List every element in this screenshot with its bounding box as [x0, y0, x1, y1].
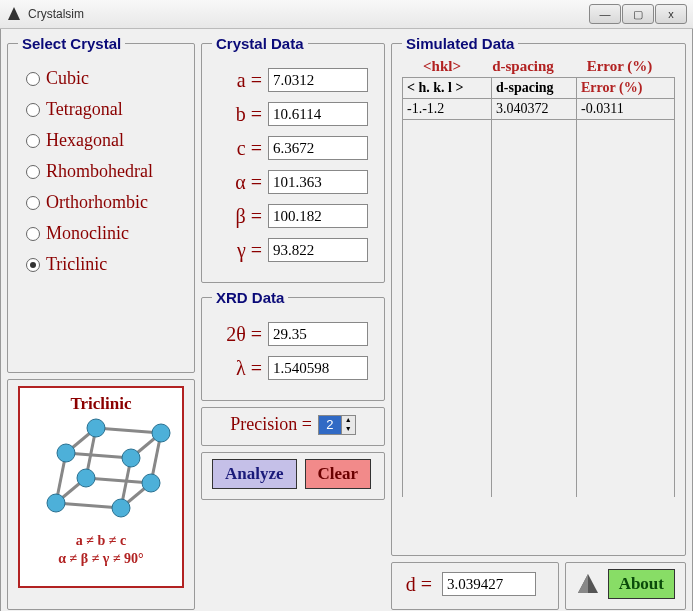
svg-point-15: [142, 474, 160, 492]
svg-point-20: [87, 419, 105, 437]
xrd-data-legend: XRD Data: [212, 289, 288, 306]
crystal-formula-2: α ≠ β ≠ γ ≠ 90°: [58, 550, 143, 568]
svg-point-16: [77, 469, 95, 487]
input-c[interactable]: [268, 136, 368, 160]
radio-hexagonal[interactable]: Hexagonal: [26, 130, 184, 151]
maximize-button[interactable]: ▢: [622, 4, 654, 24]
svg-line-3: [86, 478, 151, 483]
d-output[interactable]: [442, 572, 536, 596]
precision-group: Precision = 2 ▲ ▼: [201, 407, 385, 446]
analyze-button[interactable]: Analyze: [212, 459, 297, 489]
radio-orthorhombic[interactable]: Orthorhombic: [26, 192, 184, 213]
select-crystal-legend: Select Crystal: [18, 35, 125, 52]
simulated-data-group: Simulated Data <hkl> d-spacing Error (%)…: [391, 35, 686, 556]
titlebar: Crystalsim — ▢ x: [0, 0, 693, 29]
header-error: Error (%): [564, 58, 675, 75]
cell-error: -0.0311: [577, 99, 675, 120]
clear-button[interactable]: Clear: [305, 459, 372, 489]
label-lambda: λ =: [212, 357, 268, 380]
close-button[interactable]: x: [655, 4, 687, 24]
table-row: [403, 120, 675, 498]
label-gamma: γ =: [212, 239, 268, 262]
simulated-data-legend: Simulated Data: [402, 35, 518, 52]
input-beta[interactable]: [268, 204, 368, 228]
xrd-data-group: XRD Data 2θ = λ =: [201, 289, 385, 401]
crystal-data-legend: Crystal Data: [212, 35, 308, 52]
radio-triclinic[interactable]: Triclinic: [26, 254, 184, 275]
cone-icon: [576, 572, 600, 596]
about-group: About: [565, 562, 686, 610]
input-alpha[interactable]: [268, 170, 368, 194]
radio-icon: [26, 134, 40, 148]
radio-cubic[interactable]: Cubic: [26, 68, 184, 89]
input-twotheta[interactable]: [268, 322, 368, 346]
radio-rhombohedral[interactable]: Rhombohedral: [26, 161, 184, 182]
about-button[interactable]: About: [608, 569, 675, 599]
crystal-data-group: Crystal Data a = b = c = α = β = γ =: [201, 35, 385, 283]
radio-icon: [26, 165, 40, 179]
radio-icon: [26, 258, 40, 272]
action-group: Analyze Clear: [201, 452, 385, 500]
app-icon: [6, 6, 22, 22]
svg-marker-22: [578, 574, 588, 593]
header-dspacing: d-spacing: [482, 58, 564, 75]
crystal-card: Triclinic: [18, 386, 184, 588]
svg-marker-0: [8, 7, 20, 20]
svg-point-13: [47, 494, 65, 512]
svg-point-19: [152, 424, 170, 442]
input-b[interactable]: [268, 102, 368, 126]
radio-icon: [26, 72, 40, 86]
precision-label: Precision =: [230, 414, 312, 435]
precision-spinner[interactable]: 2 ▲ ▼: [318, 415, 356, 435]
label-c: c =: [212, 137, 268, 160]
svg-point-18: [122, 449, 140, 467]
d-label: d =: [402, 573, 438, 596]
header-hkl: <hkl>: [402, 58, 482, 75]
svg-point-17: [57, 444, 75, 462]
minimize-button[interactable]: —: [589, 4, 621, 24]
radio-icon: [26, 103, 40, 117]
cell-hkl: -1.-1.2: [403, 99, 492, 120]
window-title: Crystalsim: [28, 7, 84, 21]
table-row[interactable]: -1.-1.2 3.040372 -0.0311: [403, 99, 675, 120]
svg-line-5: [66, 453, 131, 458]
radio-icon: [26, 227, 40, 241]
label-a: a =: [212, 69, 268, 92]
label-b: b =: [212, 103, 268, 126]
crystal-card-title: Triclinic: [70, 394, 131, 414]
input-gamma[interactable]: [268, 238, 368, 262]
col-error[interactable]: Error (%): [577, 78, 675, 99]
col-hkl[interactable]: < h. k. l >: [403, 78, 492, 99]
simulated-table: < h. k. l > d-spacing Error (%) -1.-1.2 …: [402, 77, 675, 497]
crystal-structure-icon: [31, 418, 171, 528]
radio-icon: [26, 196, 40, 210]
d-result-group: d =: [391, 562, 559, 610]
spinner-down-icon[interactable]: ▼: [341, 425, 355, 434]
label-beta: β =: [212, 205, 268, 228]
select-crystal-group: Select Crystal Cubic Tetragonal Hexagona…: [7, 35, 195, 373]
label-alpha: α =: [212, 171, 268, 194]
radio-tetragonal[interactable]: Tetragonal: [26, 99, 184, 120]
col-dspacing[interactable]: d-spacing: [492, 78, 577, 99]
input-a[interactable]: [268, 68, 368, 92]
input-lambda[interactable]: [268, 356, 368, 380]
crystal-preview: Triclinic: [7, 379, 195, 610]
radio-monoclinic[interactable]: Monoclinic: [26, 223, 184, 244]
svg-line-7: [96, 428, 161, 433]
crystal-formula-1: a ≠ b ≠ c: [58, 532, 143, 550]
spinner-up-icon[interactable]: ▲: [341, 416, 355, 425]
cell-dspacing: 3.040372: [492, 99, 577, 120]
simulated-headers-row: <hkl> d-spacing Error (%): [402, 58, 675, 75]
precision-value: 2: [319, 416, 341, 434]
svg-line-1: [56, 503, 121, 508]
svg-point-14: [112, 499, 130, 517]
label-twotheta: 2θ =: [212, 323, 268, 346]
